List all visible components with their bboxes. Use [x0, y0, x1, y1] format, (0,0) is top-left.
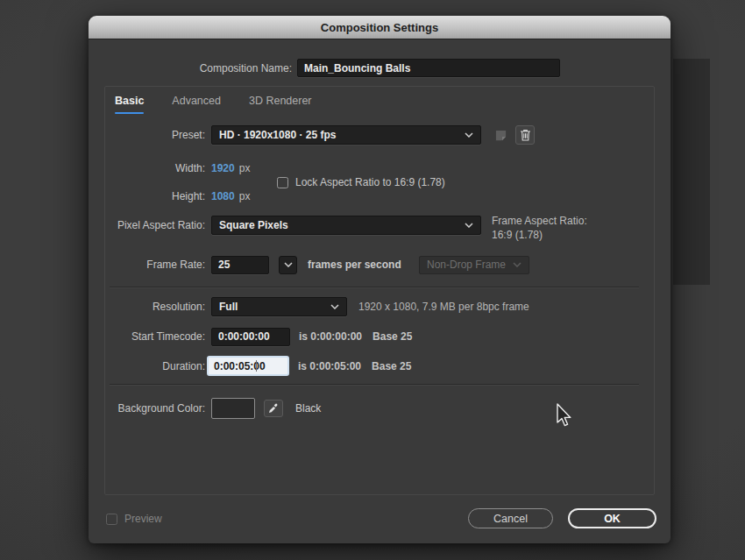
- duration-input[interactable]: 0:00:05:00: [207, 356, 289, 376]
- lock-aspect-row: Lock Aspect Ratio to 16:9 (1.78): [277, 175, 628, 189]
- lock-aspect-label: Lock Aspect Ratio to 16:9 (1.78): [295, 176, 445, 188]
- frame-rate-input[interactable]: [211, 256, 269, 274]
- tab-3d-renderer[interactable]: 3D Renderer: [249, 95, 312, 112]
- background-color-name: Black: [295, 402, 321, 415]
- chevron-down-icon: [330, 304, 339, 309]
- resolution-row: Resolution: Full 1920 x 1080, 7.9 MB per…: [89, 297, 670, 316]
- height-value[interactable]: 1080: [211, 190, 235, 202]
- tab-basic[interactable]: Basic: [115, 95, 144, 112]
- frame-rate-preset-button[interactable]: [279, 256, 297, 274]
- save-preset-button[interactable]: [492, 125, 510, 145]
- chevron-down-icon: [513, 262, 522, 267]
- frame-aspect-block: Frame Aspect Ratio: 16:9 (1.78): [492, 214, 587, 242]
- delete-preset-button[interactable]: [515, 125, 535, 145]
- duration-info: is 0:00:05:00: [298, 360, 361, 372]
- start-timecode-label: Start Timecode:: [89, 330, 205, 343]
- app-background: Composition Settings Composition Name: B…: [0, 0, 745, 560]
- basic-tab-panel: [104, 86, 655, 495]
- chevron-down-icon: [284, 262, 293, 267]
- background-color-swatch[interactable]: [211, 398, 255, 419]
- pixel-aspect-value: Square Pixels: [219, 219, 459, 231]
- tab-advanced[interactable]: Advanced: [172, 95, 221, 112]
- frame-rate-label: Frame Rate:: [89, 259, 205, 271]
- composition-name-input[interactable]: [297, 59, 560, 77]
- duration-value: 0:00:05:00: [214, 360, 266, 372]
- separator: [110, 287, 639, 287]
- chevron-down-icon: [465, 223, 473, 228]
- composition-settings-dialog: Composition Settings Composition Name: B…: [89, 16, 670, 543]
- height-unit: px: [239, 190, 251, 202]
- cancel-button[interactable]: Cancel: [468, 508, 553, 528]
- resolution-dropdown[interactable]: Full: [211, 297, 347, 316]
- chevron-down-icon: [465, 132, 473, 138]
- separator: [110, 384, 639, 385]
- resolution-info: 1920 x 1080, 7.9 MB per 8bpc frame: [358, 301, 529, 313]
- frame-aspect-value: 16:9 (1.78): [492, 228, 587, 242]
- eyedropper-icon: [267, 402, 280, 415]
- preset-row: Preset: HD · 1920x1080 · 25 fps: [89, 125, 670, 145]
- width-value[interactable]: 1920: [211, 162, 235, 174]
- start-timecode-info: is 0:00:00:00: [299, 330, 362, 343]
- duration-label: Duration:: [89, 360, 205, 372]
- height-label: Height:: [89, 190, 205, 202]
- dialog-title: Composition Settings: [321, 21, 438, 34]
- text-caret: [256, 360, 257, 372]
- background-color-row: Background Color: Black: [89, 398, 670, 419]
- frame-rate-row: Frame Rate: frames per second Non-Drop F…: [89, 255, 670, 274]
- composition-name-label: Composition Name:: [89, 62, 292, 74]
- pixel-aspect-dropdown[interactable]: Square Pixels: [211, 216, 481, 235]
- background-panel: [673, 59, 710, 285]
- width-label: Width:: [89, 162, 205, 174]
- ok-button[interactable]: OK: [568, 508, 656, 528]
- composition-name-row: Composition Name:: [89, 59, 670, 77]
- preview-row: Preview: [106, 512, 281, 526]
- width-unit: px: [239, 162, 251, 174]
- preset-dropdown[interactable]: HD · 1920x1080 · 25 fps: [211, 125, 481, 145]
- resolution-label: Resolution:: [89, 301, 205, 313]
- dialog-titlebar[interactable]: Composition Settings: [89, 16, 670, 39]
- eyedropper-button[interactable]: [264, 400, 283, 417]
- mouse-cursor: [556, 403, 575, 429]
- pixel-aspect-label: Pixel Aspect Ratio:: [89, 219, 205, 231]
- frames-per-second-label: frames per second: [308, 259, 401, 271]
- lock-aspect-checkbox[interactable]: [277, 177, 288, 188]
- preview-label: Preview: [124, 513, 162, 525]
- tab-bar: Basic Advanced 3D Renderer: [115, 95, 312, 112]
- drop-frame-dropdown: Non-Drop Frame: [419, 256, 529, 274]
- duration-row: Duration: 0:00:05:00 is 0:00:05:00 Base …: [89, 356, 670, 376]
- resolution-value: Full: [219, 301, 325, 313]
- drop-frame-value: Non-Drop Frame: [427, 259, 507, 271]
- preset-value: HD · 1920x1080 · 25 fps: [219, 129, 459, 141]
- width-row: Width: 1920 px: [89, 160, 670, 176]
- preset-label: Preset:: [89, 129, 205, 141]
- start-timecode-input[interactable]: [211, 328, 290, 346]
- save-preset-icon: [494, 129, 507, 142]
- frame-aspect-label: Frame Aspect Ratio:: [492, 214, 587, 228]
- duration-base: Base 25: [372, 360, 411, 372]
- trash-icon: [520, 129, 531, 141]
- height-row: Height: 1080 px: [89, 188, 670, 204]
- background-color-label: Background Color:: [89, 402, 205, 415]
- start-timecode-row: Start Timecode: is 0:00:00:00 Base 25: [89, 327, 670, 346]
- start-timecode-base: Base 25: [372, 330, 412, 343]
- preview-checkbox[interactable]: [106, 514, 117, 525]
